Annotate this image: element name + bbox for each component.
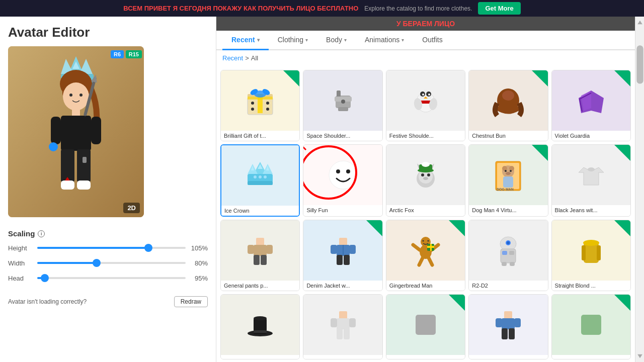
- catalog-item-5[interactable]: Violet Guardia: [551, 70, 631, 141]
- catalog-item-19[interactable]: [468, 294, 548, 359]
- svg-rect-140: [502, 328, 508, 339]
- svg-rect-39: [338, 107, 348, 111]
- svg-rect-92: [266, 245, 273, 254]
- tab-recent[interactable]: Recent ▾: [222, 31, 269, 50]
- svg-rect-119: [502, 262, 507, 266]
- svg-rect-118: [509, 251, 514, 255]
- svg-rect-128: [254, 330, 267, 333]
- svg-rect-99: [337, 255, 343, 265]
- svg-point-10: [79, 94, 83, 97]
- svg-rect-13: [51, 117, 61, 144]
- catalog-item-9[interactable]: DOG MAN Dog Man 4 Virtu...: [468, 144, 548, 217]
- width-label: Width: [8, 259, 33, 267]
- svg-point-9: [69, 94, 72, 97]
- catalog-item-7[interactable]: Silly Fun: [303, 144, 382, 217]
- svg-rect-133: [337, 328, 343, 339]
- head-thumb[interactable]: [41, 274, 49, 282]
- catalog-item-16[interactable]: [220, 294, 300, 359]
- clothing-chevron-icon: ▾: [305, 37, 308, 43]
- svg-rect-132: [349, 318, 356, 327]
- catalog-item-18[interactable]: [386, 294, 465, 359]
- r15-badge[interactable]: R15: [126, 50, 142, 58]
- svg-rect-98: [349, 245, 356, 254]
- item-1-name: Brilliant Gift of t...: [221, 131, 299, 141]
- violet-guardia-icon: [574, 83, 609, 118]
- svg-point-44: [422, 94, 424, 96]
- r6-badge[interactable]: R6: [111, 50, 124, 58]
- catalog-item-10[interactable]: Black Jeans wit...: [551, 144, 631, 217]
- svg-rect-23: [83, 157, 87, 163]
- right-scrollbar[interactable]: [635, 17, 644, 362]
- space-shoulder-icon: [326, 83, 361, 118]
- svg-rect-100: [344, 255, 350, 265]
- green-corner-icon-4: [532, 70, 548, 86]
- catalog-item-20[interactable]: [551, 294, 631, 359]
- catalog-item-11[interactable]: General pants p...: [220, 220, 300, 291]
- svg-rect-130: [337, 318, 350, 329]
- avatar-loading-text: Avatar isn't loading correctly?: [8, 298, 87, 305]
- tab-animations[interactable]: Animations ▾: [356, 31, 413, 50]
- hat-icon: [243, 307, 278, 342]
- denim-jacket-icon: [326, 233, 361, 268]
- width-fill: [37, 262, 97, 264]
- width-slider-container: [37, 258, 186, 268]
- svg-rect-18: [61, 149, 74, 182]
- catalog-item-2[interactable]: Space Shoulder...: [303, 70, 382, 141]
- svg-point-84: [510, 170, 512, 172]
- banner-russian-text: ВСЕМ ПРИВЕТ Я СЕГОДНЯ ПОКАЖУ КАК ПОЛУЧИТ…: [123, 5, 358, 12]
- svg-point-88: [588, 167, 595, 171]
- green-corner-icon-10: [614, 145, 630, 161]
- twod-badge[interactable]: 2D: [123, 203, 140, 213]
- height-label: Height: [8, 244, 33, 252]
- svg-rect-22: [77, 180, 91, 190]
- catalog-item-6[interactable]: Ice Crown: [220, 144, 300, 217]
- svg-rect-94: [261, 255, 267, 265]
- page-title: Avatar Editor: [8, 25, 208, 40]
- svg-rect-123: [597, 245, 601, 260]
- svg-rect-135: [416, 315, 436, 335]
- svg-rect-21: [61, 180, 74, 190]
- height-thumb[interactable]: [144, 244, 152, 252]
- item-2-name: Space Shoulder...: [303, 131, 382, 141]
- unknown-icon-18: [408, 307, 443, 342]
- green-corner-icon-9: [532, 145, 548, 161]
- svg-rect-137: [502, 318, 515, 329]
- get-more-button[interactable]: Get More: [478, 2, 520, 15]
- breadcrumb-parent[interactable]: Recent: [222, 54, 243, 62]
- height-track: [37, 247, 186, 249]
- green-corner-icon-15: [614, 220, 630, 236]
- width-track: [37, 262, 186, 264]
- tab-clothing[interactable]: Clothing ▾: [269, 31, 317, 50]
- breadcrumb: Recent > All: [216, 50, 635, 66]
- svg-rect-19: [77, 149, 91, 182]
- redraw-button[interactable]: Redraw: [174, 296, 208, 307]
- catalog-item-8[interactable]: Arctic Fox: [386, 144, 465, 217]
- item-20-name: [552, 355, 630, 359]
- catalog-item-14[interactable]: R2-D2: [468, 220, 548, 291]
- catalog-item-15[interactable]: Straight Blond ...: [551, 220, 631, 291]
- tab-outfits[interactable]: Outfits: [413, 31, 451, 50]
- scaling-info-icon[interactable]: i: [38, 230, 45, 237]
- tab-body[interactable]: Body ▾: [317, 31, 356, 50]
- svg-rect-12: [61, 116, 91, 151]
- svg-rect-15: [91, 117, 101, 144]
- scrollbar-track: [635, 17, 645, 362]
- banner-explore-text: Explore the catalog to find more clothes…: [364, 5, 472, 12]
- catalog-item-1[interactable]: Brilliant Gift of t...: [220, 70, 300, 141]
- catalog-item-4[interactable]: Chestnut Bun: [468, 70, 548, 141]
- width-thumb[interactable]: [93, 259, 101, 267]
- svg-point-34: [266, 108, 269, 111]
- item-12-name: Denim Jacket w...: [303, 281, 382, 291]
- item-5-name: Violet Guardia: [552, 131, 630, 141]
- catalog-item-13[interactable]: Gingerbread Man: [386, 220, 465, 291]
- svg-point-85: [506, 172, 511, 175]
- svg-point-63: [329, 161, 357, 189]
- mannequin-icon: [326, 307, 361, 342]
- svg-point-14: [49, 142, 58, 151]
- green-corner-icon-18: [449, 295, 465, 311]
- catalog-item-12[interactable]: Denim Jacket w...: [303, 220, 382, 291]
- catalog-item-3[interactable]: Festive Shoulde...: [386, 70, 465, 141]
- silly-fun-icon: [326, 157, 361, 193]
- catalog-item-17[interactable]: [303, 294, 382, 359]
- height-fill: [37, 247, 148, 249]
